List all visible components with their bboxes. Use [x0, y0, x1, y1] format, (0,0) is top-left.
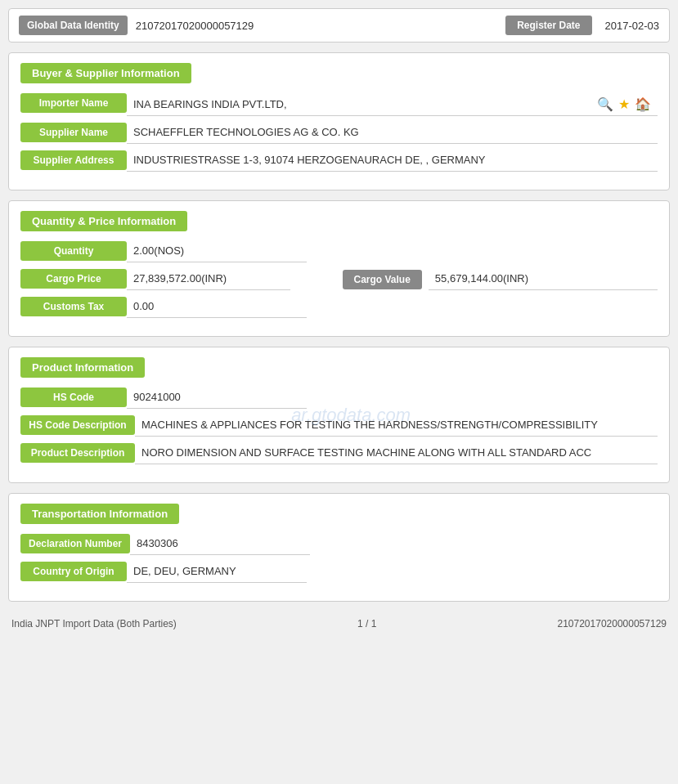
supplier-name-label: Supplier Name	[20, 123, 127, 142]
footer-id: 21072017020000057129	[558, 618, 667, 629]
buyer-supplier-section: Buyer & Supplier Information Importer Na…	[8, 52, 670, 190]
declaration-number-value: 8430306	[130, 534, 310, 555]
hs-code-value: 90241000	[127, 388, 307, 409]
cargo-value-button[interactable]: Cargo Value	[343, 270, 422, 289]
cargo-price-row: Cargo Price 27,839,572.00(INR) Cargo Val…	[20, 269, 658, 290]
home-icon[interactable]: 🏠	[635, 96, 651, 112]
customs-tax-value: 0.00	[127, 297, 307, 318]
star-icon[interactable]: ★	[618, 96, 630, 112]
cargo-price-value: 27,839,572.00(INR)	[127, 269, 290, 290]
supplier-name-row: Supplier Name SCHAEFFLER TECHNOLOGIES AG…	[20, 123, 658, 144]
quantity-row: Quantity 2.00(NOS)	[20, 241, 658, 262]
customs-tax-label: Customs Tax	[20, 297, 127, 316]
customs-tax-row: Customs Tax 0.00	[20, 297, 658, 318]
country-origin-label: Country of Origin	[20, 562, 127, 581]
quantity-price-section: Quantity & Price Information Quantity 2.…	[8, 200, 670, 337]
page-wrapper: Global Data Identity 2107201702000005712…	[8, 8, 670, 633]
footer-source: India JNPT Import Data (Both Parties)	[11, 618, 177, 629]
cargo-value-value: 55,679,144.00(INR)	[429, 269, 658, 290]
product-description-value: NORO DIMENSION AND SURFACE TESTING MACHI…	[135, 443, 658, 464]
cargo-value-group: Cargo Value 55,679,144.00(INR)	[343, 269, 658, 290]
transportation-section: Transportation Information Declaration N…	[8, 493, 670, 602]
product-header: Product Information	[20, 357, 145, 378]
global-data-identity-label: Global Data Identity	[19, 16, 128, 35]
supplier-address-value: INDUSTRIESTRASSE 1-3, 91074 HERZOGENAURA…	[127, 150, 658, 172]
transportation-header: Transportation Information	[20, 504, 179, 524]
country-origin-value: DE, DEU, GERMANY	[127, 562, 307, 583]
quantity-label: Quantity	[20, 241, 127, 261]
country-origin-row: Country of Origin DE, DEU, GERMANY	[20, 562, 658, 583]
supplier-name-value: SCHAEFFLER TECHNOLOGIES AG & CO. KG	[127, 123, 658, 144]
search-icon[interactable]: 🔍	[597, 96, 613, 112]
register-date-button[interactable]: Register Date	[505, 16, 591, 35]
cargo-price-label: Cargo Price	[20, 269, 127, 289]
footer-bar: India JNPT Import Data (Both Parties) 1 …	[8, 612, 670, 633]
global-data-identity-value: 21072017020000057129	[136, 20, 497, 32]
buyer-supplier-header: Buyer & Supplier Information	[20, 63, 191, 83]
quantity-value: 2.00(NOS)	[127, 241, 307, 262]
identity-bar: Global Data Identity 2107201702000005712…	[8, 8, 670, 43]
declaration-number-row: Declaration Number 8430306	[20, 534, 658, 555]
register-date-value: 2017-02-03	[605, 20, 660, 32]
hs-code-row: HS Code 90241000	[20, 388, 658, 409]
footer-page: 1 / 1	[357, 618, 376, 629]
product-description-label: Product Description	[20, 443, 135, 463]
hs-code-description-row: HS Code Description MACHINES & APPLIANCE…	[20, 415, 658, 437]
product-description-row: Product Description NORO DIMENSION AND S…	[20, 443, 658, 464]
hs-code-description-value: MACHINES & APPLIANCES FOR TESTING THE HA…	[135, 415, 658, 437]
declaration-number-label: Declaration Number	[20, 534, 130, 553]
quantity-price-header: Quantity & Price Information	[20, 211, 187, 231]
supplier-address-row: Supplier Address INDUSTRIESTRASSE 1-3, 9…	[20, 150, 658, 172]
supplier-address-label: Supplier Address	[20, 150, 127, 170]
importer-name-label: Importer Name	[20, 93, 127, 113]
hs-code-description-label: HS Code Description	[20, 415, 135, 435]
importer-name-value: INA BEARINGS INDIA PVT.LTD, 🔍 ★ 🏠	[127, 93, 658, 116]
cargo-price-group: Cargo Price 27,839,572.00(INR)	[20, 269, 336, 290]
product-section: ar.gtodata.com Product Information HS Co…	[8, 347, 670, 483]
hs-code-label: HS Code	[20, 388, 127, 407]
importer-name-row: Importer Name INA BEARINGS INDIA PVT.LTD…	[20, 93, 658, 116]
